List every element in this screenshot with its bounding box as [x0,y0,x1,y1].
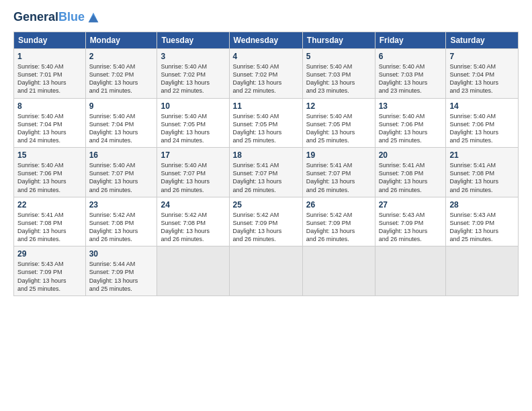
day-info: Sunrise: 5:40 AM Sunset: 7:04 PM Dayligh… [17,112,82,145]
calendar-cell: 28Sunrise: 5:43 AM Sunset: 7:09 PM Dayli… [446,197,519,246]
day-number: 22 [17,200,82,210]
day-info: Sunrise: 5:42 AM Sunset: 7:09 PM Dayligh… [306,211,371,244]
calendar-cell: 12Sunrise: 5:40 AM Sunset: 7:05 PM Dayli… [302,98,375,148]
day-number: 24 [161,200,225,210]
calendar-cell: 3Sunrise: 5:40 AM Sunset: 7:02 PM Daylig… [157,49,229,99]
col-header-saturday: Saturday [446,32,519,49]
day-info: Sunrise: 5:41 AM Sunset: 7:08 PM Dayligh… [379,161,443,194]
calendar-cell [302,246,375,296]
calendar-cell: 17Sunrise: 5:40 AM Sunset: 7:07 PM Dayli… [157,148,229,197]
day-number: 13 [379,101,443,111]
day-number: 30 [89,249,154,259]
calendar-cell: 25Sunrise: 5:42 AM Sunset: 7:09 PM Dayli… [229,197,302,246]
calendar-cell: 16Sunrise: 5:40 AM Sunset: 7:07 PM Dayli… [85,148,157,197]
calendar-cell: 26Sunrise: 5:42 AM Sunset: 7:09 PM Dayli… [302,197,375,246]
logo: GeneralBlue [13,10,101,25]
calendar-cell: 10Sunrise: 5:40 AM Sunset: 7:05 PM Dayli… [157,98,229,148]
day-info: Sunrise: 5:44 AM Sunset: 7:09 PM Dayligh… [89,260,154,293]
day-info: Sunrise: 5:42 AM Sunset: 7:08 PM Dayligh… [89,211,154,244]
calendar-cell: 2Sunrise: 5:40 AM Sunset: 7:02 PM Daylig… [85,49,157,99]
day-number: 9 [89,101,154,111]
day-number: 25 [233,200,299,210]
day-info: Sunrise: 5:40 AM Sunset: 7:03 PM Dayligh… [306,62,371,95]
calendar-cell: 7Sunrise: 5:40 AM Sunset: 7:04 PM Daylig… [446,49,519,99]
calendar-cell: 13Sunrise: 5:40 AM Sunset: 7:06 PM Dayli… [375,98,446,148]
day-number: 7 [449,52,515,61]
day-info: Sunrise: 5:41 AM Sunset: 7:07 PM Dayligh… [233,161,299,194]
day-info: Sunrise: 5:40 AM Sunset: 7:05 PM Dayligh… [161,112,225,145]
calendar-table: SundayMondayTuesdayWednesdayThursdayFrid… [13,32,519,296]
col-header-sunday: Sunday [14,32,86,49]
calendar-cell [446,246,519,296]
col-header-tuesday: Tuesday [157,32,229,49]
svg-marker-1 [89,15,99,22]
calendar-cell [375,246,446,296]
day-info: Sunrise: 5:40 AM Sunset: 7:03 PM Dayligh… [379,62,443,95]
day-info: Sunrise: 5:43 AM Sunset: 7:09 PM Dayligh… [449,211,515,244]
day-info: Sunrise: 5:40 AM Sunset: 7:06 PM Dayligh… [17,161,82,194]
day-number: 20 [379,150,443,160]
col-header-friday: Friday [375,32,446,49]
day-number: 27 [379,200,443,210]
day-number: 18 [233,150,299,160]
day-number: 3 [161,52,225,61]
day-info: Sunrise: 5:42 AM Sunset: 7:09 PM Dayligh… [233,211,299,244]
calendar-cell: 18Sunrise: 5:41 AM Sunset: 7:07 PM Dayli… [229,148,302,197]
day-number: 6 [379,52,443,61]
calendar-cell: 8Sunrise: 5:40 AM Sunset: 7:04 PM Daylig… [14,98,86,148]
calendar-cell: 14Sunrise: 5:40 AM Sunset: 7:06 PM Dayli… [446,98,519,148]
calendar-cell: 21Sunrise: 5:41 AM Sunset: 7:08 PM Dayli… [446,148,519,197]
day-info: Sunrise: 5:40 AM Sunset: 7:02 PM Dayligh… [89,62,154,95]
day-info: Sunrise: 5:40 AM Sunset: 7:06 PM Dayligh… [449,112,515,145]
calendar-cell: 19Sunrise: 5:41 AM Sunset: 7:07 PM Dayli… [302,148,375,197]
day-number: 8 [17,101,82,111]
calendar-cell: 9Sunrise: 5:40 AM Sunset: 7:04 PM Daylig… [85,98,157,148]
day-number: 5 [306,52,371,61]
day-number: 19 [306,150,371,160]
day-info: Sunrise: 5:40 AM Sunset: 7:07 PM Dayligh… [89,161,154,194]
calendar-week-row: 1Sunrise: 5:40 AM Sunset: 7:01 PM Daylig… [14,49,519,99]
calendar-cell: 1Sunrise: 5:40 AM Sunset: 7:01 PM Daylig… [14,49,86,99]
day-info: Sunrise: 5:41 AM Sunset: 7:08 PM Dayligh… [449,161,515,194]
calendar-header-row: SundayMondayTuesdayWednesdayThursdayFrid… [14,32,519,49]
calendar-week-row: 22Sunrise: 5:41 AM Sunset: 7:08 PM Dayli… [14,197,519,246]
day-number: 29 [17,249,82,259]
day-number: 21 [449,150,515,160]
day-number: 23 [89,200,154,210]
calendar-cell: 30Sunrise: 5:44 AM Sunset: 7:09 PM Dayli… [85,246,157,296]
calendar-cell: 5Sunrise: 5:40 AM Sunset: 7:03 PM Daylig… [302,49,375,99]
day-info: Sunrise: 5:43 AM Sunset: 7:09 PM Dayligh… [379,211,443,244]
calendar-cell: 4Sunrise: 5:40 AM Sunset: 7:02 PM Daylig… [229,49,302,99]
day-info: Sunrise: 5:40 AM Sunset: 7:05 PM Dayligh… [306,112,371,145]
logo-icon [86,10,101,25]
day-info: Sunrise: 5:40 AM Sunset: 7:06 PM Dayligh… [379,112,443,145]
day-info: Sunrise: 5:40 AM Sunset: 7:07 PM Dayligh… [161,161,225,194]
day-number: 2 [89,52,154,61]
day-number: 15 [17,150,82,160]
calendar-cell: 27Sunrise: 5:43 AM Sunset: 7:09 PM Dayli… [375,197,446,246]
day-info: Sunrise: 5:42 AM Sunset: 7:08 PM Dayligh… [161,211,225,244]
calendar-cell: 24Sunrise: 5:42 AM Sunset: 7:08 PM Dayli… [157,197,229,246]
day-number: 26 [306,200,371,210]
day-number: 14 [449,101,515,111]
calendar-week-row: 29Sunrise: 5:43 AM Sunset: 7:09 PM Dayli… [14,246,519,296]
calendar-cell: 20Sunrise: 5:41 AM Sunset: 7:08 PM Dayli… [375,148,446,197]
calendar-cell [157,246,229,296]
calendar-cell: 11Sunrise: 5:40 AM Sunset: 7:05 PM Dayli… [229,98,302,148]
calendar-cell: 15Sunrise: 5:40 AM Sunset: 7:06 PM Dayli… [14,148,86,197]
col-header-thursday: Thursday [302,32,375,49]
day-info: Sunrise: 5:40 AM Sunset: 7:04 PM Dayligh… [89,112,154,145]
col-header-wednesday: Wednesday [229,32,302,49]
day-info: Sunrise: 5:40 AM Sunset: 7:01 PM Dayligh… [17,62,82,95]
calendar-cell: 23Sunrise: 5:42 AM Sunset: 7:08 PM Dayli… [85,197,157,246]
calendar-cell [229,246,302,296]
day-number: 12 [306,101,371,111]
day-info: Sunrise: 5:41 AM Sunset: 7:08 PM Dayligh… [17,211,82,244]
logo-text: GeneralBlue [13,11,85,24]
day-number: 17 [161,150,225,160]
day-number: 4 [233,52,299,61]
day-info: Sunrise: 5:41 AM Sunset: 7:07 PM Dayligh… [306,161,371,194]
calendar-week-row: 15Sunrise: 5:40 AM Sunset: 7:06 PM Dayli… [14,148,519,197]
col-header-monday: Monday [85,32,157,49]
day-info: Sunrise: 5:40 AM Sunset: 7:04 PM Dayligh… [449,62,515,95]
